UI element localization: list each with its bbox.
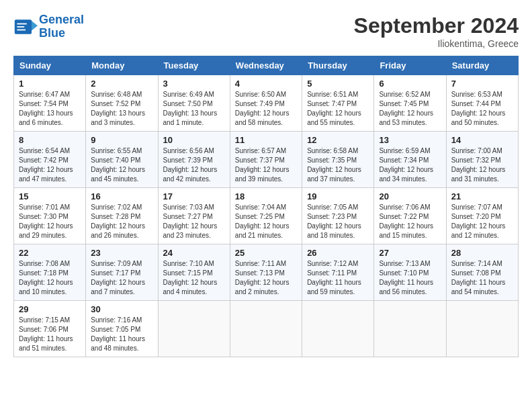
day-number: 7	[451, 79, 513, 89]
day-number: 28	[451, 248, 513, 258]
day-number: 27	[379, 248, 441, 258]
table-row	[374, 301, 446, 357]
table-row: 13Sunrise: 6:59 AM Sunset: 7:34 PM Dayli…	[374, 132, 446, 188]
svg-rect-4	[17, 29, 26, 30]
day-number: 21	[451, 191, 513, 201]
table-row: 20Sunrise: 7:06 AM Sunset: 7:22 PM Dayli…	[374, 188, 446, 244]
table-row: 6Sunrise: 6:52 AM Sunset: 7:45 PM Daylig…	[374, 75, 446, 132]
day-number: 9	[91, 135, 152, 145]
calendar-header-row: SundayMondayTuesdayWednesdayThursdayFrid…	[14, 56, 519, 75]
table-row: 28Sunrise: 7:14 AM Sunset: 7:08 PM Dayli…	[446, 244, 518, 301]
day-info: Sunrise: 6:55 AM Sunset: 7:40 PM Dayligh…	[91, 146, 152, 184]
table-row	[446, 301, 518, 357]
table-row: 2Sunrise: 6:48 AM Sunset: 7:52 PM Daylig…	[86, 75, 158, 132]
col-header-tuesday: Tuesday	[158, 56, 230, 75]
calendar-week-5: 29Sunrise: 7:15 AM Sunset: 7:06 PM Dayli…	[14, 301, 519, 357]
day-info: Sunrise: 6:47 AM Sunset: 7:54 PM Dayligh…	[19, 90, 81, 128]
day-number: 1	[19, 79, 81, 89]
calendar-week-3: 15Sunrise: 7:01 AM Sunset: 7:30 PM Dayli…	[14, 188, 519, 244]
table-row: 7Sunrise: 6:53 AM Sunset: 7:44 PM Daylig…	[446, 75, 518, 132]
svg-rect-3	[17, 26, 24, 28]
day-number: 30	[91, 304, 152, 314]
day-info: Sunrise: 6:56 AM Sunset: 7:39 PM Dayligh…	[163, 146, 225, 184]
day-info: Sunrise: 6:48 AM Sunset: 7:52 PM Dayligh…	[91, 90, 152, 128]
svg-marker-1	[32, 21, 38, 30]
day-info: Sunrise: 6:53 AM Sunset: 7:44 PM Dayligh…	[451, 90, 513, 128]
col-header-sunday: Sunday	[14, 56, 86, 75]
day-number: 10	[163, 135, 225, 145]
day-number: 6	[379, 79, 441, 89]
day-number: 14	[451, 135, 513, 145]
day-number: 20	[379, 191, 441, 201]
day-info: Sunrise: 7:15 AM Sunset: 7:06 PM Dayligh…	[19, 316, 81, 353]
day-info: Sunrise: 6:54 AM Sunset: 7:42 PM Dayligh…	[19, 146, 81, 184]
day-number: 18	[235, 191, 297, 201]
day-number: 16	[91, 191, 152, 201]
day-info: Sunrise: 7:01 AM Sunset: 7:30 PM Dayligh…	[19, 203, 81, 240]
table-row: 19Sunrise: 7:05 AM Sunset: 7:23 PM Dayli…	[302, 188, 374, 244]
day-info: Sunrise: 6:58 AM Sunset: 7:35 PM Dayligh…	[307, 146, 369, 184]
table-row: 4Sunrise: 6:50 AM Sunset: 7:49 PM Daylig…	[230, 75, 302, 132]
day-info: Sunrise: 7:12 AM Sunset: 7:11 PM Dayligh…	[307, 259, 369, 297]
table-row: 9Sunrise: 6:55 AM Sunset: 7:40 PM Daylig…	[86, 132, 158, 188]
calendar-table: SundayMondayTuesdayWednesdayThursdayFrid…	[13, 56, 519, 357]
day-number: 19	[307, 191, 369, 201]
table-row: 12Sunrise: 6:58 AM Sunset: 7:35 PM Dayli…	[302, 132, 374, 188]
table-row	[158, 301, 230, 357]
day-info: Sunrise: 7:06 AM Sunset: 7:22 PM Dayligh…	[379, 203, 441, 240]
table-row: 16Sunrise: 7:02 AM Sunset: 7:28 PM Dayli…	[86, 188, 158, 244]
day-info: Sunrise: 7:00 AM Sunset: 7:32 PM Dayligh…	[451, 146, 513, 184]
day-number: 26	[307, 248, 369, 258]
day-number: 25	[235, 248, 297, 258]
day-number: 15	[19, 191, 81, 201]
col-header-thursday: Thursday	[302, 56, 374, 75]
calendar-week-4: 22Sunrise: 7:08 AM Sunset: 7:18 PM Dayli…	[14, 244, 519, 301]
day-info: Sunrise: 7:10 AM Sunset: 7:15 PM Dayligh…	[163, 259, 225, 297]
day-info: Sunrise: 7:04 AM Sunset: 7:25 PM Dayligh…	[235, 203, 297, 240]
day-number: 5	[307, 79, 369, 89]
table-row: 23Sunrise: 7:09 AM Sunset: 7:17 PM Dayli…	[86, 244, 158, 301]
page-header: General Blue September 2024 Iliokentima,…	[13, 13, 519, 49]
day-number: 3	[163, 79, 225, 89]
logo-text: General Blue	[39, 13, 84, 40]
table-row: 5Sunrise: 6:51 AM Sunset: 7:47 PM Daylig…	[302, 75, 374, 132]
table-row: 29Sunrise: 7:15 AM Sunset: 7:06 PM Dayli…	[14, 301, 86, 357]
day-info: Sunrise: 6:59 AM Sunset: 7:34 PM Dayligh…	[379, 146, 441, 184]
day-number: 4	[235, 79, 297, 89]
table-row: 26Sunrise: 7:12 AM Sunset: 7:11 PM Dayli…	[302, 244, 374, 301]
table-row: 30Sunrise: 7:16 AM Sunset: 7:05 PM Dayli…	[86, 301, 158, 357]
table-row: 8Sunrise: 6:54 AM Sunset: 7:42 PM Daylig…	[14, 132, 86, 188]
day-info: Sunrise: 6:50 AM Sunset: 7:49 PM Dayligh…	[235, 90, 297, 128]
calendar-week-1: 1Sunrise: 6:47 AM Sunset: 7:54 PM Daylig…	[14, 75, 519, 132]
table-row: 3Sunrise: 6:49 AM Sunset: 7:50 PM Daylig…	[158, 75, 230, 132]
calendar-week-2: 8Sunrise: 6:54 AM Sunset: 7:42 PM Daylig…	[14, 132, 519, 188]
day-info: Sunrise: 7:16 AM Sunset: 7:05 PM Dayligh…	[91, 316, 152, 353]
logo: General Blue	[13, 13, 84, 40]
table-row: 24Sunrise: 7:10 AM Sunset: 7:15 PM Dayli…	[158, 244, 230, 301]
day-info: Sunrise: 7:05 AM Sunset: 7:23 PM Dayligh…	[307, 203, 369, 240]
location: Iliokentima, Greece	[354, 38, 519, 49]
day-number: 11	[235, 135, 297, 145]
day-number: 13	[379, 135, 441, 145]
logo-icon	[13, 15, 38, 39]
table-row	[230, 301, 302, 357]
table-row: 17Sunrise: 7:03 AM Sunset: 7:27 PM Dayli…	[158, 188, 230, 244]
col-header-friday: Friday	[374, 56, 446, 75]
day-number: 8	[19, 135, 81, 145]
table-row: 14Sunrise: 7:00 AM Sunset: 7:32 PM Dayli…	[446, 132, 518, 188]
table-row: 27Sunrise: 7:13 AM Sunset: 7:10 PM Dayli…	[374, 244, 446, 301]
day-number: 2	[91, 79, 152, 89]
day-number: 29	[19, 304, 81, 314]
day-info: Sunrise: 7:07 AM Sunset: 7:20 PM Dayligh…	[451, 203, 513, 240]
day-info: Sunrise: 6:57 AM Sunset: 7:37 PM Dayligh…	[235, 146, 297, 184]
table-row: 22Sunrise: 7:08 AM Sunset: 7:18 PM Dayli…	[14, 244, 86, 301]
table-row: 25Sunrise: 7:11 AM Sunset: 7:13 PM Dayli…	[230, 244, 302, 301]
day-number: 24	[163, 248, 225, 258]
day-info: Sunrise: 7:09 AM Sunset: 7:17 PM Dayligh…	[91, 259, 152, 297]
table-row: 18Sunrise: 7:04 AM Sunset: 7:25 PM Dayli…	[230, 188, 302, 244]
day-number: 12	[307, 135, 369, 145]
month-title: September 2024	[354, 13, 519, 38]
day-number: 17	[163, 191, 225, 201]
day-info: Sunrise: 6:49 AM Sunset: 7:50 PM Dayligh…	[163, 90, 225, 128]
col-header-monday: Monday	[86, 56, 158, 75]
